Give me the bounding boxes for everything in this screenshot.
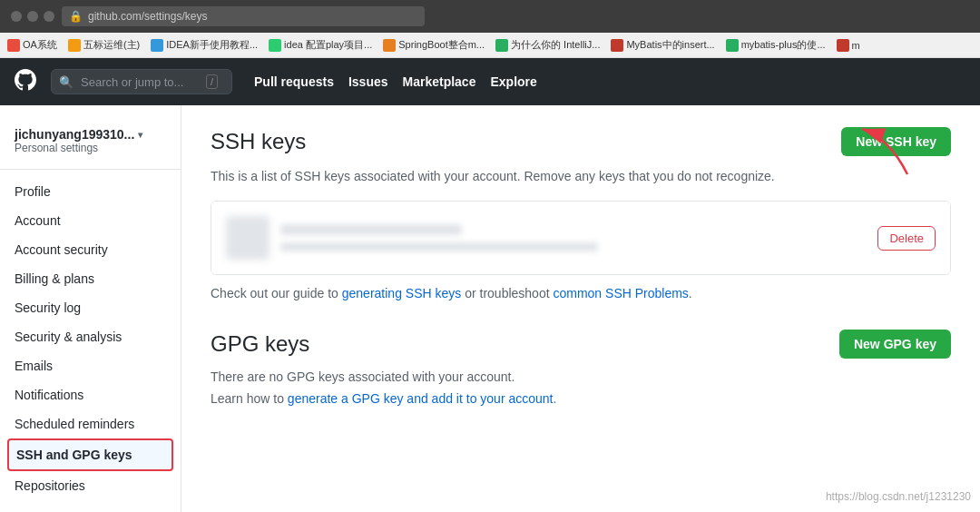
key-name — [280, 224, 462, 235]
github-logo[interactable] — [15, 69, 36, 95]
guide-middle: or troubleshoot — [461, 286, 553, 300]
ssh-section-desc: This is a list of SSH keys associated wi… — [211, 167, 951, 186]
browser-chrome: 🔒 github.com/settings/keys — [0, 0, 980, 33]
sidebar-item-ssh-gpg-keys[interactable]: SSH and GPG keys — [7, 438, 173, 471]
bookmark-idea1[interactable]: IDEA新手使用教程... — [151, 38, 258, 52]
bookmark-wechat[interactable]: 为什么你的 IntelliJ... — [495, 38, 600, 52]
gpg-learn-text: Learn how to generate a GPG key and add … — [211, 391, 951, 406]
sidebar-item-security-analysis[interactable]: Security & analysis — [0, 322, 181, 351]
browser-controls — [11, 11, 54, 22]
sidebar-item-scheduled-reminders[interactable]: Scheduled reminders — [0, 409, 181, 438]
sidebar-nav: Profile Account Account security Billing… — [0, 177, 181, 500]
search-icon: 🔍 — [59, 75, 74, 89]
learn-suffix: . — [553, 391, 556, 406]
favicon-idea1 — [151, 39, 163, 52]
bookmark-wechat-label: 为什么你的 IntelliJ... — [511, 38, 600, 52]
nav-issues[interactable]: Issues — [348, 74, 388, 89]
sidebar-item-emails[interactable]: Emails — [0, 351, 181, 380]
bookmark-mybatis1-label: MyBatis中的insert... — [626, 38, 714, 52]
github-nav: 🔍 / Pull requests Issues Marketplace Exp… — [0, 58, 980, 105]
nav-links: Pull requests Issues Marketplace Explore — [254, 74, 537, 89]
favicon-mybatis1 — [611, 39, 623, 52]
gpg-learn-link[interactable]: generate a GPG key and add it to your ac… — [288, 391, 554, 406]
maximize-btn[interactable] — [44, 11, 54, 22]
gpg-section-title: GPG keys — [211, 331, 309, 357]
key-avatar — [226, 216, 270, 260]
ssh-keys-section: SSH keys New SSH key This is a list of S… — [211, 127, 951, 300]
bookmark-oa[interactable]: OA系统 — [7, 38, 57, 52]
gpg-keys-section: GPG keys New GPG key There are no GPG ke… — [211, 330, 951, 406]
bookmark-idea2-label: idea 配置play项目... — [284, 38, 372, 52]
nav-explore[interactable]: Explore — [490, 74, 536, 89]
minimize-btn[interactable] — [27, 11, 38, 22]
ssh-key-list: Delete — [211, 201, 951, 275]
sidebar-item-account-security[interactable]: Account security — [0, 235, 181, 264]
favicon-m — [837, 39, 849, 52]
key-fingerprint — [280, 242, 598, 251]
favicon-wechat — [495, 39, 508, 52]
bookmark-mybatis2[interactable]: mybatis-plus的使... — [726, 38, 826, 52]
generating-ssh-keys-link[interactable]: generating SSH keys — [342, 286, 462, 300]
bookmark-wl-label: 五标运维(主) — [83, 38, 140, 52]
guide-prefix: Check out our guide to — [211, 286, 342, 300]
search-input[interactable] — [81, 75, 199, 89]
sidebar-user: jichunyang199310... ▾ Personal settings — [0, 120, 181, 170]
sidebar-item-notifications[interactable]: Notifications — [0, 380, 181, 409]
favicon-sb — [383, 39, 396, 52]
ssh-key-item: Delete — [211, 202, 950, 274]
close-btn[interactable] — [11, 11, 22, 22]
bookmark-sb[interactable]: SpringBoot整合m... — [383, 38, 485, 52]
main-content: SSH keys New SSH key This is a list of S… — [181, 105, 980, 512]
favicon-idea2 — [269, 39, 281, 52]
favicon-wl — [68, 39, 81, 52]
sidebar-subtitle: Personal settings — [15, 142, 166, 154]
address-bar[interactable]: 🔒 github.com/settings/keys — [62, 6, 425, 26]
bookmarks-bar: OA系统 五标运维(主) IDEA新手使用教程... idea 配置play项目… — [0, 33, 980, 58]
bookmark-sb-label: SpringBoot整合m... — [398, 38, 485, 52]
key-info — [280, 224, 867, 251]
delete-key-button[interactable]: Delete — [877, 226, 936, 251]
main-layout: jichunyang199310... ▾ Personal settings … — [0, 105, 980, 512]
bookmark-m-label: m — [852, 40, 860, 51]
search-bar[interactable]: 🔍 / — [51, 69, 232, 94]
favicon-oa — [7, 39, 20, 52]
nav-marketplace[interactable]: Marketplace — [403, 74, 476, 89]
favicon-mybatis2 — [726, 39, 739, 52]
keyboard-shortcut: / — [206, 74, 218, 89]
gpg-description: There are no GPG keys associated with yo… — [211, 369, 951, 384]
nav-pull-requests[interactable]: Pull requests — [254, 74, 334, 89]
sidebar-item-security-log[interactable]: Security log — [0, 293, 181, 322]
sidebar-item-account[interactable]: Account — [0, 206, 181, 235]
bookmark-idea1-label: IDEA新手使用教程... — [166, 38, 258, 52]
ssh-guide-text: Check out our guide to generating SSH ke… — [211, 286, 951, 300]
sidebar: jichunyang199310... ▾ Personal settings … — [0, 105, 181, 512]
url-text: github.com/settings/keys — [88, 10, 207, 23]
sidebar-item-billing[interactable]: Billing & plans — [0, 264, 181, 293]
gpg-section-header: GPG keys New GPG key — [211, 330, 951, 359]
bookmark-wl[interactable]: 五标运维(主) — [68, 38, 140, 52]
watermark: https://blog.csdn.net/j1231230 — [826, 490, 971, 503]
bookmark-mybatis2-label: mybatis-plus的使... — [741, 38, 826, 52]
guide-suffix: . — [689, 286, 692, 300]
bookmark-m[interactable]: m — [837, 39, 860, 52]
bookmark-oa-label: OA系统 — [23, 38, 57, 52]
bookmark-mybatis1[interactable]: MyBatis中的insert... — [611, 38, 714, 52]
lock-icon: 🔒 — [69, 10, 83, 23]
ssh-section-title: SSH keys — [211, 129, 306, 154]
common-ssh-problems-link[interactable]: common SSH Problems — [553, 286, 688, 300]
new-gpg-key-button[interactable]: New GPG key — [839, 330, 951, 359]
learn-prefix: Learn how to — [211, 391, 288, 406]
new-ssh-key-button[interactable]: New SSH key — [841, 127, 951, 156]
ssh-section-header: SSH keys New SSH key — [211, 127, 951, 156]
sidebar-item-profile[interactable]: Profile — [0, 177, 181, 206]
sidebar-username: jichunyang199310... ▾ — [15, 127, 166, 142]
dropdown-arrow-icon[interactable]: ▾ — [138, 130, 142, 140]
sidebar-item-repositories[interactable]: Repositories — [0, 471, 181, 500]
bookmark-idea2[interactable]: idea 配置play项目... — [269, 38, 372, 52]
